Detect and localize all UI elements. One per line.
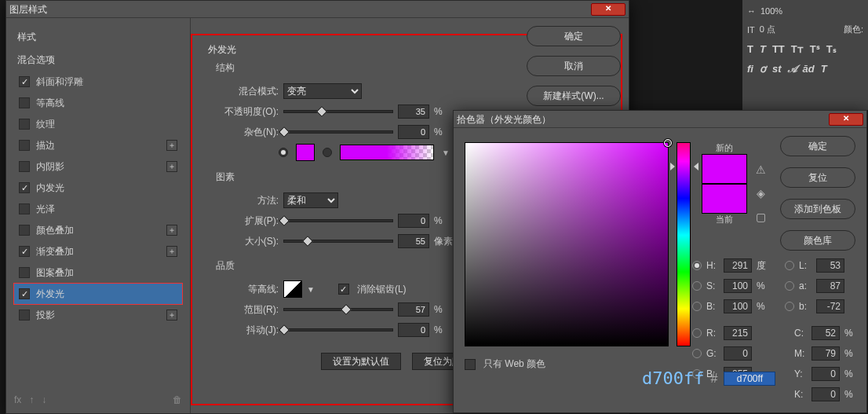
h-field[interactable]: 291 [724,258,752,273]
color-picker-titlebar[interactable]: 拾色器（外发光颜色） ✕ [454,111,866,128]
r-field[interactable]: 215 [724,326,752,340]
color-radio[interactable] [279,148,288,157]
allcaps-icon[interactable]: TT [772,43,785,55]
s-radio[interactable] [692,281,702,291]
method-select[interactable]: 柔和 [283,192,338,208]
a-radio[interactable] [785,281,794,291]
blend-mode-select[interactable]: 变亮 [283,83,362,99]
s-field[interactable]: 100 [724,279,752,293]
spread-value[interactable]: 0 [398,214,429,228]
style-item-3[interactable]: 描边＋ [14,135,182,156]
arrow-down-icon[interactable]: ↓ [42,394,46,405]
bold-icon[interactable]: T [747,43,753,55]
hsv-b-field[interactable]: 100 [724,299,752,313]
smallcaps-icon[interactable]: Tᴛ [791,43,804,55]
l-field[interactable]: 53 [816,258,844,273]
contour-swatch[interactable] [283,280,302,298]
jitter-slider[interactable] [283,328,393,332]
ad-icon[interactable]: ād [803,63,815,75]
style-item-6[interactable]: 光泽 [14,199,182,219]
style-checkbox[interactable] [19,203,30,214]
jitter-value[interactable]: 0 [398,323,429,337]
fi-icon[interactable]: fi [747,63,753,75]
glow-color-swatch[interactable] [296,144,315,161]
size-value[interactable]: 55 [398,234,429,248]
size-slider[interactable] [283,240,393,243]
styles-heading[interactable]: 样式 [14,26,182,49]
subscript-icon[interactable]: Tₛ [826,43,837,55]
ok-button[interactable]: 确定 [527,26,621,46]
blend-options-heading[interactable]: 混合选项 [14,49,182,71]
style-checkbox[interactable] [19,225,30,236]
current-color-swatch[interactable] [702,184,747,214]
trash-icon[interactable]: 🗑 [173,394,182,405]
noise-slider[interactable] [283,130,393,134]
spread-slider[interactable] [283,219,393,222]
range-slider[interactable] [283,308,393,311]
cp-add-swatch-button[interactable]: 添加到色板 [780,199,855,219]
close-icon[interactable]: ✕ [829,113,863,126]
swash-icon[interactable]: 𝒜 [788,63,797,75]
italic-icon[interactable]: T [760,43,766,55]
new-style-button[interactable]: 新建样式(W)... [527,86,621,106]
opacity-slider[interactable] [283,110,393,113]
set-defaults-button[interactable]: 设置为默认值 [321,353,401,370]
lab-b-radio[interactable] [785,302,794,311]
style-item-0[interactable]: 斜面和浮雕 [14,71,182,92]
warning-icon[interactable]: ⚠ [753,163,768,177]
hue-slider[interactable] [677,142,691,346]
l-radio[interactable] [785,261,794,270]
fx-menu-icon[interactable]: fx [14,394,21,405]
glow-gradient-swatch[interactable] [340,145,434,160]
opacity-value[interactable]: 35 [398,104,429,119]
style-checkbox[interactable] [19,97,30,108]
style-checkbox[interactable] [19,182,30,193]
add-icon[interactable]: ＋ [166,161,177,172]
cp-color-lib-button[interactable]: 颜色库 [780,230,855,251]
add-icon[interactable]: ＋ [166,140,177,151]
style-checkbox[interactable] [19,140,30,151]
style-item-10[interactable]: 外发光 [14,284,182,304]
add-icon[interactable]: ＋ [166,310,177,321]
style-checkbox[interactable] [19,119,30,130]
add-icon[interactable]: ＋ [166,225,177,236]
style-checkbox[interactable] [19,310,30,321]
style-item-7[interactable]: 颜色叠加＋ [14,220,182,240]
y-field[interactable]: 0 [811,367,840,381]
style-checkbox[interactable] [19,267,30,278]
arrow-up-icon[interactable]: ↑ [29,394,34,405]
cp-ok-button[interactable]: 确定 [780,136,855,156]
b-radio[interactable] [692,302,702,311]
t-icon[interactable]: T [821,63,827,75]
antialias-checkbox[interactable] [338,284,349,295]
noise-value[interactable]: 0 [398,125,429,139]
layer-style-titlebar[interactable]: 图层样式 ✕ [6,1,629,18]
web-safe-icon[interactable]: ▢ [753,210,768,224]
ligature-icon[interactable]: ơ [760,63,766,75]
web-only-checkbox[interactable] [465,359,476,370]
h-radio[interactable] [692,261,702,270]
g-radio[interactable] [692,349,702,358]
g-field[interactable]: 0 [724,346,752,361]
style-checkbox[interactable] [19,288,30,299]
add-icon[interactable]: ＋ [166,246,177,257]
style-item-8[interactable]: 渐变叠加＋ [14,241,182,262]
style-checkbox[interactable] [19,161,30,172]
c-field[interactable]: 52 [811,326,840,340]
a-field[interactable]: 87 [816,279,844,293]
saturation-value-box[interactable] [465,142,669,346]
range-value[interactable]: 57 [398,302,429,317]
style-item-2[interactable]: 纹理 [14,114,182,134]
chevron-down-icon[interactable]: ▼ [307,285,315,294]
style-item-1[interactable]: 等高线 [14,93,182,113]
style-item-4[interactable]: 内阴影＋ [14,156,182,177]
k-field[interactable]: 0 [811,387,840,401]
style-checkbox[interactable] [19,246,30,257]
cube-icon[interactable]: ◈ [753,186,768,200]
gradient-radio[interactable] [323,148,332,157]
style-checkbox[interactable] [19,76,30,87]
superscript-icon[interactable]: Tˢ [810,43,820,55]
hex-input[interactable] [724,372,775,386]
r-radio[interactable] [692,328,702,338]
st-icon[interactable]: st [772,63,782,75]
